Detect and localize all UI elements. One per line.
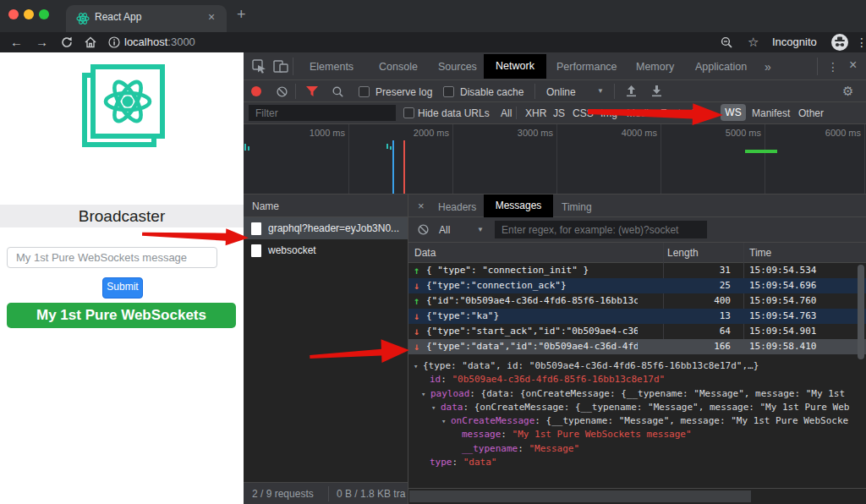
ws-tab-timing[interactable]: Timing	[562, 200, 592, 215]
disable-cache-checkbox[interactable]	[443, 86, 454, 97]
browser-tab[interactable]: React App ×	[66, 5, 227, 32]
request-row-websocket[interactable]: websocket	[244, 239, 408, 261]
chevron-down-icon[interactable]: ▼	[477, 226, 484, 233]
traffic-light-minimize[interactable]	[24, 9, 34, 19]
traffic-light-close[interactable]	[8, 9, 19, 19]
ws-frame-row[interactable]: ↓ {"type":"start_ack","id":"0b509ae4-c36…	[408, 324, 866, 339]
receive-arrow-icon: ↓	[414, 324, 419, 339]
chevron-down-icon[interactable]: ▼	[597, 87, 604, 95]
tree-line[interactable]: ▾data: {onCreateMessage: {__typename: "M…	[408, 401, 858, 414]
tree-line[interactable]: id: "0b509ae4-c36d-4fd6-85f6-16bb13c8e17…	[408, 373, 858, 386]
expand-arrow-icon[interactable]: ▾	[421, 387, 430, 401]
ws-tab-messages[interactable]: Messages	[484, 194, 553, 217]
more-tabs-icon[interactable]: »	[765, 59, 771, 74]
expand-arrow-icon[interactable]: ▾	[414, 359, 423, 373]
url-bar[interactable]: localhost:3000	[124, 36, 195, 48]
ws-regex-input[interactable]	[495, 221, 707, 238]
filter-type-xhr[interactable]: XHR	[525, 107, 546, 119]
network-overview-timeline[interactable]: 1000 ms 2000 ms 3000 ms 4000 ms 5000 ms …	[244, 124, 866, 194]
tree-line[interactable]: __typename: "Message"	[408, 442, 858, 456]
ws-frame-row-selected[interactable]: ↓ {"type":"data","id":"0b509ae4-c36d-4fd…	[408, 339, 866, 354]
ws-tab-headers[interactable]: Headers	[438, 200, 476, 215]
ws-frame-row[interactable]: ↑ { "type": "connection_init" } 31 15:09…	[408, 263, 866, 278]
search-icon[interactable]	[332, 86, 343, 97]
network-status-bar: 2 / 9 requests 0 B / 1.8 KB tra	[244, 482, 408, 504]
filter-type-other[interactable]: Other	[798, 107, 824, 119]
network-controls-bar: Preserve log Disable cache Online ▼ ⚙	[244, 80, 866, 102]
timeline-mark	[244, 144, 246, 151]
send-arrow-icon: ↑	[414, 293, 419, 309]
tree-line[interactable]: ▾{type: "data", id: "0b509ae4-c36d-4fd6-…	[408, 359, 858, 373]
tab-sources[interactable]: Sources	[438, 59, 477, 74]
tick-6000ms: 6000 ms	[810, 128, 861, 138]
filter-funnel-icon[interactable]	[306, 86, 318, 96]
tab-close-icon[interactable]: ×	[208, 10, 215, 24]
ws-frame-row[interactable]: ↑ {"id":"0b509ae4-c36d-4fd6-85f6-16bb13c…	[408, 293, 866, 309]
ws-panel-close-icon[interactable]: ×	[418, 199, 425, 214]
react-favicon-icon	[76, 12, 90, 25]
device-toolbar-icon[interactable]	[273, 59, 288, 74]
export-har-icon[interactable]	[651, 85, 662, 97]
clear-icon[interactable]	[277, 86, 288, 97]
ws-frame-row[interactable]: ↓ {"type":"ka"} 13 15:09:54.763	[408, 309, 866, 324]
submit-button[interactable]: Submit	[102, 277, 143, 299]
throttling-select[interactable]: Online	[546, 86, 576, 98]
filter-type-media[interactable]: Media	[627, 107, 655, 119]
filter-type-css[interactable]: CSS	[573, 107, 594, 119]
incognito-avatar-icon[interactable]	[830, 33, 849, 52]
tree-line[interactable]: type: "data"	[408, 456, 858, 469]
filter-type-img[interactable]: Img	[600, 107, 617, 119]
ws-frame-row[interactable]: ↓ {"type":"connection_ack"} 25 15:09:54.…	[408, 278, 866, 293]
tab-elements[interactable]: Elements	[310, 59, 354, 74]
import-har-icon[interactable]	[626, 85, 637, 97]
request-name: graphql?header=eyJob3N0...	[268, 217, 399, 239]
message-input[interactable]	[7, 247, 217, 268]
devtools-close-icon[interactable]: ×	[849, 58, 857, 73]
filter-type-font[interactable]: Font	[660, 107, 681, 119]
preserve-log-checkbox[interactable]	[359, 86, 370, 97]
home-icon[interactable]	[84, 36, 97, 49]
ws-direction-filter[interactable]: All	[439, 224, 450, 236]
devtools-menu-icon[interactable]: ⋮	[827, 59, 839, 74]
requests-header[interactable]: Name	[244, 194, 408, 217]
reload-icon[interactable]	[61, 36, 73, 48]
filter-type-js[interactable]: JS	[553, 107, 565, 119]
horizontal-scrollbar-thumb[interactable]	[409, 490, 751, 502]
inspect-element-icon[interactable]	[252, 59, 266, 74]
hide-data-urls-checkbox[interactable]	[403, 107, 414, 118]
record-button[interactable]	[251, 86, 261, 96]
settings-gear-icon[interactable]: ⚙	[842, 84, 853, 99]
expand-arrow-icon[interactable]: ▾	[441, 414, 451, 428]
tab-network[interactable]: Network	[484, 54, 546, 79]
frame-length: 64	[663, 324, 731, 339]
ws-table-header[interactable]: Data Length Time	[408, 243, 866, 263]
tree-line[interactable]: message: "My 1st Pure WebSockets message…	[408, 428, 858, 441]
tab-memory[interactable]: Memory	[636, 59, 674, 74]
filter-type-doc[interactable]: Doc	[692, 107, 710, 119]
zoom-magnifier-icon[interactable]	[721, 36, 732, 48]
tab-console[interactable]: Console	[379, 59, 418, 74]
tab-application[interactable]: Application	[695, 59, 747, 74]
horizontal-scrollbar-track[interactable]	[408, 488, 866, 504]
app-page: Broadcaster Submit My 1st Pure WebSocket…	[0, 52, 244, 504]
browser-menu-icon[interactable]: ⋮	[856, 32, 866, 52]
request-row-graphql[interactable]: graphql?header=eyJob3N0...	[244, 217, 408, 239]
tab-performance[interactable]: Performance	[556, 59, 617, 74]
ws-clear-icon[interactable]	[418, 224, 429, 235]
receive-arrow-icon: ↓	[414, 278, 419, 293]
tree-line[interactable]: ▾payload: {data: {onCreateMessage: {__ty…	[408, 387, 858, 401]
filter-type-manifest[interactable]: Manifest	[752, 107, 790, 119]
new-tab-button[interactable]: +	[237, 6, 246, 24]
vertical-scrollbar[interactable]	[858, 265, 864, 359]
filter-type-all[interactable]: All	[501, 107, 512, 119]
tree-line[interactable]: ▾onCreateMessage: {__typename: "Message"…	[408, 414, 858, 428]
forward-icon[interactable]: →	[36, 32, 48, 52]
filter-input[interactable]	[249, 105, 396, 121]
expand-arrow-icon[interactable]: ▾	[431, 401, 441, 414]
timeline-load-line	[403, 140, 405, 194]
bookmark-star-icon[interactable]: ☆	[748, 32, 759, 52]
traffic-light-zoom[interactable]	[39, 9, 49, 19]
back-icon[interactable]: ←	[10, 32, 23, 52]
filter-type-ws-selected[interactable]: WS	[721, 104, 746, 121]
site-info-icon[interactable]	[108, 36, 120, 48]
